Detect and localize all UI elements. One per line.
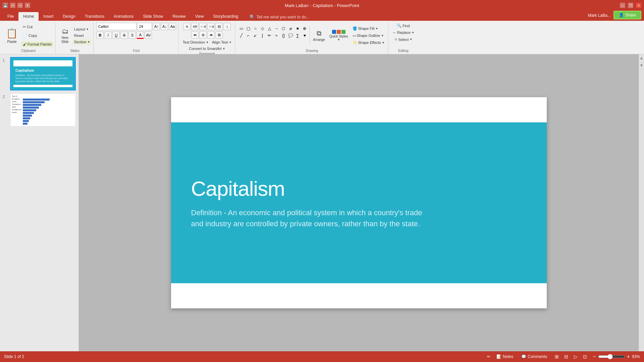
bold-button[interactable]: B <box>96 32 104 39</box>
find-button[interactable]: 🔍 Find <box>395 23 411 28</box>
restore-icon[interactable]: ❐ <box>628 3 633 8</box>
shape-elbow[interactable]: ⌐ <box>245 32 252 39</box>
font-color-button[interactable]: A <box>137 32 144 39</box>
increase-indent-button[interactable]: →≡ <box>207 23 215 30</box>
tab-file[interactable]: File <box>3 12 18 21</box>
minimize-icon[interactable]: ─ <box>620 3 625 8</box>
shape-effects-button[interactable]: ✨ Shape Effects ▼ <box>351 40 386 46</box>
paste-button[interactable]: 📋 Paste <box>3 23 20 48</box>
section-button[interactable]: Section ▼ <box>73 39 92 45</box>
text-direction-button[interactable]: Text Direction ▼ <box>181 40 210 45</box>
format-painter-button[interactable]: 🖌 Format Painter <box>21 42 53 47</box>
decrease-indent-button[interactable]: ←≡ <box>199 23 207 30</box>
share-button[interactable]: 👤 Share <box>613 11 641 19</box>
shape-rounded-rect[interactable]: ▢ <box>245 25 252 32</box>
align-right-button[interactable]: ➡ <box>207 31 215 39</box>
quick-styles-button[interactable]: Quick Styles ▼ <box>327 29 350 42</box>
shape-fill-button[interactable]: 🪣 Shape Fill ▼ <box>351 26 386 32</box>
shape-callout[interactable]: 💬 <box>287 32 294 39</box>
comments-label: Comments <box>528 354 547 359</box>
cut-button[interactable]: ✂ Cut <box>21 24 53 30</box>
scroll-up-icon[interactable]: ▲ <box>640 56 644 60</box>
columns-button[interactable]: ⊟ <box>215 23 223 30</box>
notes-button[interactable]: 📝 Notes <box>494 354 515 360</box>
slide-preview-2[interactable]: Top LS European Union Countries in Debt … <box>10 93 76 127</box>
undo-icon[interactable]: ↩ <box>10 3 15 8</box>
numbering-button[interactable]: ≡# <box>191 23 199 30</box>
slide-thumb-2[interactable]: 2 Top LS European Union Countries in Deb… <box>3 93 76 127</box>
italic-button[interactable]: I <box>104 32 112 39</box>
shape-scribble[interactable]: ≈ <box>273 32 280 39</box>
shape-freeform[interactable]: ✏ <box>266 32 273 39</box>
layout-button[interactable]: Layout ▼ <box>73 26 92 32</box>
shape-star[interactable]: ★ <box>294 25 301 32</box>
slide-sorter-button[interactable]: ⊟ <box>562 353 570 360</box>
line-spacing-button[interactable]: ↕ <box>223 23 231 30</box>
drawing-group: ▭ ▢ ○ ◇ △ → ⬠ ⌀ ★ ⊕ ╱ ⌐ ↙ ∫ ✏ ≈ {} <box>236 22 388 54</box>
shape-curve[interactable]: ∫ <box>259 32 266 39</box>
justify-button[interactable]: ⊞ <box>215 31 223 39</box>
tab-transitions[interactable]: Transitions <box>80 12 109 21</box>
strikethrough-button[interactable]: S <box>120 32 128 39</box>
slide-canvas[interactable]: Capitalism Definition - An economic and … <box>171 97 547 308</box>
new-slide-button[interactable]: 🗂 NewSlide <box>58 26 72 45</box>
tab-design[interactable]: Design <box>58 12 80 21</box>
font-size-input[interactable] <box>137 23 152 30</box>
reset-button[interactable]: Reset <box>73 33 92 38</box>
normal-view-button[interactable]: ⊞ <box>553 353 560 360</box>
underline-button[interactable]: U <box>112 32 120 39</box>
scroll-down-icon[interactable]: ▼ <box>640 63 644 68</box>
slide-preview-1[interactable]: Capitalism Definition - An economic and … <box>10 57 76 90</box>
search-box[interactable]: Tell me what you want to do... <box>256 15 309 19</box>
shape-cylinder[interactable]: ⌀ <box>287 25 294 32</box>
font-name-input[interactable] <box>96 23 137 30</box>
shape-circle[interactable]: ○ <box>252 25 259 32</box>
tab-insert[interactable]: Insert <box>39 12 58 21</box>
shape-heart[interactable]: ♥ <box>301 32 308 39</box>
tab-slideshow[interactable]: Slide Show <box>138 12 168 21</box>
clear-format-button[interactable]: Aa <box>169 23 176 30</box>
convert-smartart-button[interactable]: Convert to SmartArt ▼ <box>187 46 226 51</box>
shape-brace[interactable]: {} <box>280 32 287 39</box>
slide-thumb-1[interactable]: 1 Capitalism Definition - An economic an… <box>3 57 76 90</box>
tab-view[interactable]: View <box>191 12 209 21</box>
char-spacing-button[interactable]: AV <box>145 32 152 39</box>
bullets-button[interactable]: ≡ <box>183 23 191 30</box>
arrange-button[interactable]: ⧉ Arrange <box>312 28 326 43</box>
tab-storyboarding[interactable]: Storyboarding <box>209 12 243 21</box>
shape-outline-button[interactable]: ▭ Shape Outline ▼ <box>351 33 386 39</box>
shape-more[interactable]: ⊕ <box>301 25 308 32</box>
copy-button[interactable]: 📄 Copy <box>21 33 53 39</box>
tab-home[interactable]: Home <box>18 12 39 21</box>
replace-button[interactable]: ↔ Replace ▼ <box>391 30 416 35</box>
shadow-button[interactable]: S <box>128 32 136 39</box>
redo-icon[interactable]: ↪ <box>17 3 23 8</box>
shape-bent[interactable]: ↙ <box>252 32 259 39</box>
save-icon[interactable]: 💾 <box>3 3 8 8</box>
tab-animations[interactable]: Animations <box>109 12 138 21</box>
increase-font-button[interactable]: A↑ <box>153 23 160 30</box>
zoom-slider[interactable] <box>598 354 625 359</box>
shape-arrow-right[interactable]: → <box>273 25 280 32</box>
right-scrollbar[interactable]: ▲ ▼ <box>639 54 644 351</box>
select-button[interactable]: ⊹ Select ▼ <box>393 37 414 42</box>
shape-triangle[interactable]: △ <box>266 25 273 32</box>
shape-rect[interactable]: ▭ <box>238 25 245 32</box>
shape-pentagon[interactable]: ⬠ <box>280 25 287 32</box>
align-text-button[interactable]: Align Text ▼ <box>211 40 233 45</box>
shape-line[interactable]: ╱ <box>238 32 245 39</box>
zoom-in-button[interactable]: + <box>627 354 630 359</box>
comments-button[interactable]: 💬 Comments <box>519 354 549 360</box>
close-icon[interactable]: ✕ <box>636 3 641 8</box>
align-left-button[interactable]: ⬅ <box>191 31 199 39</box>
tab-review[interactable]: Review <box>168 12 190 21</box>
zoom-level-label[interactable]: 93% <box>632 354 640 359</box>
slideshow-button[interactable]: ⊡ <box>581 353 589 360</box>
shape-diamond[interactable]: ◇ <box>259 25 266 32</box>
reading-view-button[interactable]: ▷ <box>572 353 579 360</box>
shape-equation[interactable]: ∑ <box>294 32 301 39</box>
customize-icon[interactable]: ▼ <box>25 3 30 8</box>
decrease-font-button[interactable]: A↓ <box>161 23 168 30</box>
align-center-button[interactable]: ⊜ <box>199 31 207 39</box>
zoom-out-button[interactable]: − <box>593 354 596 359</box>
